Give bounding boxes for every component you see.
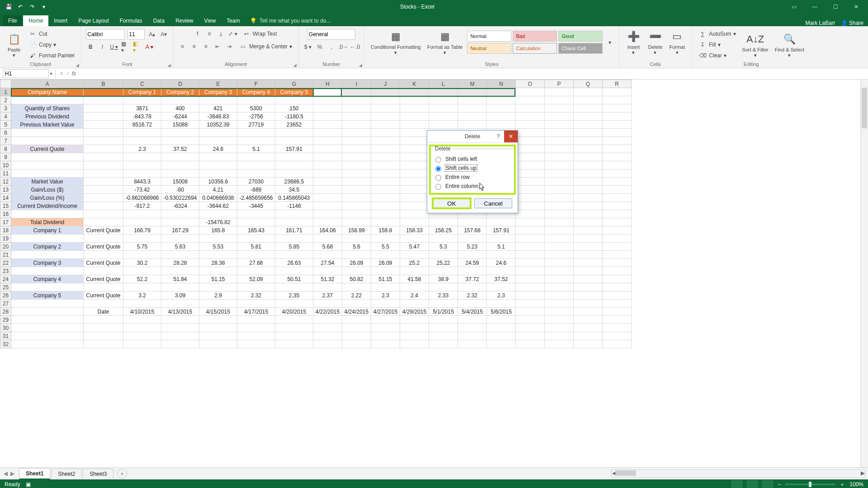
launcher-icon[interactable]: ◢ xyxy=(293,63,297,67)
cell[interactable]: 37.52 xyxy=(487,275,516,283)
cell[interactable] xyxy=(342,169,371,178)
cell[interactable]: 26.63 xyxy=(275,259,313,267)
cell[interactable] xyxy=(342,235,371,243)
cell[interactable]: Current Quote xyxy=(84,275,123,283)
name-box[interactable] xyxy=(3,69,49,78)
cell[interactable] xyxy=(342,202,371,210)
tab-view[interactable]: View xyxy=(199,15,222,26)
cell[interactable] xyxy=(516,113,545,121)
cell[interactable] xyxy=(487,251,516,259)
align-bottom-icon[interactable]: ⭳ xyxy=(217,29,226,38)
cell[interactable] xyxy=(11,283,84,291)
col-header[interactable]: N xyxy=(487,80,516,88)
cell[interactable] xyxy=(516,226,545,235)
cell[interactable] xyxy=(603,275,632,283)
cell[interactable] xyxy=(161,153,199,161)
underline-button[interactable]: U ▾ xyxy=(109,42,118,52)
cell[interactable] xyxy=(574,243,603,251)
cell[interactable]: 51.15 xyxy=(371,275,400,283)
decrease-decimal-icon[interactable]: ←.0 xyxy=(350,42,359,52)
cell[interactable]: 4/20/2015 xyxy=(275,308,313,316)
cell[interactable]: Previous Dividend xyxy=(11,113,84,121)
sheet-prev-icon[interactable]: ◀ xyxy=(4,470,8,477)
cell[interactable] xyxy=(199,161,237,169)
cell[interactable] xyxy=(11,235,84,243)
cell[interactable]: 5/1/2015 xyxy=(429,308,458,316)
cell[interactable] xyxy=(574,121,603,129)
cell[interactable] xyxy=(11,161,84,169)
col-header[interactable]: D xyxy=(161,80,199,88)
cell[interactable]: 157.68 xyxy=(458,226,487,235)
cell[interactable]: 4/27/2015 xyxy=(371,308,400,316)
cell[interactable] xyxy=(199,96,237,104)
font-name-combo[interactable] xyxy=(86,29,125,40)
cell[interactable] xyxy=(342,283,371,291)
cell[interactable] xyxy=(199,283,237,291)
cell[interactable] xyxy=(275,218,313,226)
cell[interactable] xyxy=(603,121,632,129)
cell[interactable] xyxy=(487,324,516,332)
cell[interactable]: Company 5 xyxy=(11,291,84,300)
cell[interactable]: 2.32 xyxy=(458,291,487,300)
cell[interactable] xyxy=(545,243,574,251)
cell[interactable]: 27030 xyxy=(237,178,275,186)
cell[interactable]: Date xyxy=(84,308,123,316)
cell[interactable] xyxy=(400,161,429,169)
cell[interactable] xyxy=(342,104,371,113)
cell[interactable] xyxy=(371,300,400,308)
row-header[interactable]: 13 xyxy=(0,186,11,194)
cell[interactable] xyxy=(313,251,342,259)
cell[interactable]: 4/15/2015 xyxy=(199,308,237,316)
share-button[interactable]: 👤 Share xyxy=(841,20,863,26)
cell[interactable] xyxy=(545,186,574,194)
styles-more-icon[interactable]: ▾ xyxy=(605,38,614,47)
cell[interactable]: 5.1 xyxy=(487,243,516,251)
cell[interactable]: -0.530222694 xyxy=(161,194,199,202)
cell[interactable]: 2.33 xyxy=(429,291,458,300)
cell[interactable] xyxy=(516,218,545,226)
col-header[interactable]: B xyxy=(84,80,123,88)
align-center-icon[interactable]: ≡ xyxy=(189,42,198,51)
fill-color-button[interactable]: ◧ ▾ xyxy=(133,42,142,52)
cell[interactable]: 10356.6 xyxy=(199,178,237,186)
cell[interactable] xyxy=(603,308,632,316)
cell[interactable] xyxy=(123,340,161,348)
scroll-right-icon[interactable]: ▶ xyxy=(859,470,866,476)
row-header[interactable]: 2 xyxy=(0,96,11,104)
cell[interactable] xyxy=(603,113,632,121)
cell[interactable] xyxy=(342,267,371,275)
cell[interactable] xyxy=(371,178,400,186)
cell[interactable] xyxy=(371,332,400,340)
cell[interactable]: 52.09 xyxy=(237,275,275,283)
find-select-button[interactable]: 🔍Find & Select ▾ xyxy=(773,32,806,58)
row-header[interactable]: 26 xyxy=(0,291,11,300)
cell[interactable] xyxy=(603,340,632,348)
cell[interactable] xyxy=(545,324,574,332)
cell[interactable] xyxy=(458,267,487,275)
cell[interactable] xyxy=(516,308,545,316)
cell[interactable] xyxy=(400,194,429,202)
cell[interactable] xyxy=(371,145,400,153)
cell[interactable]: -6244 xyxy=(161,113,199,121)
tell-me[interactable]: 💡Tell me what you want to do... xyxy=(245,15,335,26)
cell[interactable]: Company 4 xyxy=(237,88,275,96)
cell[interactable]: 27.68 xyxy=(237,259,275,267)
cell[interactable] xyxy=(371,283,400,291)
cell[interactable]: 2.35 xyxy=(275,291,313,300)
row-header[interactable]: 19 xyxy=(0,235,11,243)
tab-file[interactable]: File xyxy=(3,15,22,26)
cell[interactable] xyxy=(429,267,458,275)
cell[interactable]: Quantity of Shares xyxy=(11,104,84,113)
cell[interactable] xyxy=(400,267,429,275)
cell[interactable]: 159.8 xyxy=(371,226,400,235)
cell[interactable]: 10352.39 xyxy=(199,121,237,129)
cell[interactable] xyxy=(313,186,342,194)
cell[interactable] xyxy=(400,169,429,178)
cell[interactable]: 24.6 xyxy=(487,259,516,267)
cell[interactable] xyxy=(574,129,603,137)
cell[interactable]: 5.75 xyxy=(123,243,161,251)
cell[interactable]: 161.71 xyxy=(275,226,313,235)
cell[interactable] xyxy=(603,96,632,104)
cell[interactable] xyxy=(516,96,545,104)
cell[interactable] xyxy=(342,316,371,324)
